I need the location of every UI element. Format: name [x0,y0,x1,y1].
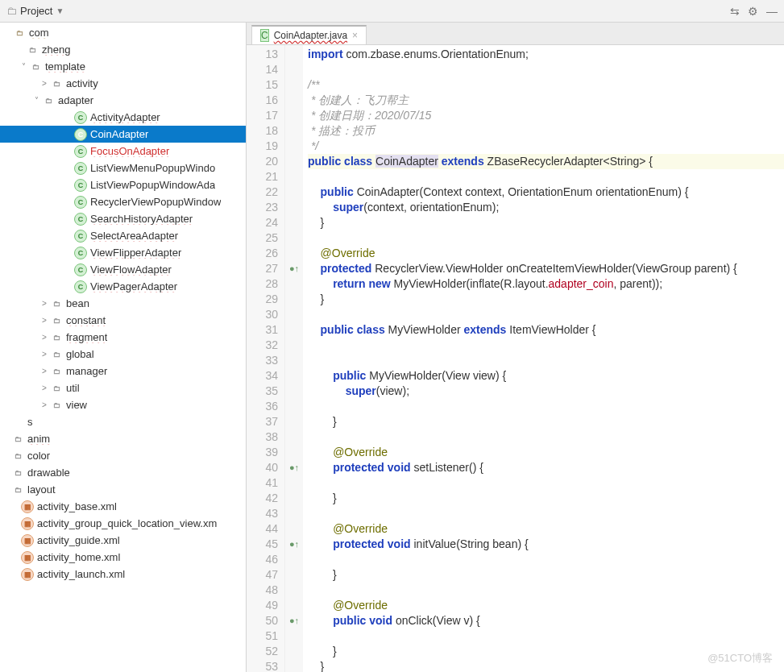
toolbar: Project ▼ ⇆ ⚙ — [0,0,784,23]
folder-icon [6,5,17,17]
project-tree[interactable]: 🗀com🗀zheng˅🗀template>🗀activity˅🗀adapterC… [0,23,247,672]
tab-bar: C CoinAdapter.java × [247,23,784,45]
class-ViewPagerAdapter[interactable]: CViewPagerAdapter [0,278,246,295]
dir-activity[interactable]: >🗀activity [0,75,246,92]
pkg-com[interactable]: 🗀com [0,24,246,41]
close-icon[interactable]: × [352,30,358,41]
dir-drawable[interactable]: 🗀drawable [0,464,246,481]
class-SearchHistoryAdapter[interactable]: CSearchHistoryAdapter [0,210,246,227]
class-icon: C [260,29,269,42]
code-area[interactable]: import com.zbase.enums.OrientationEnum; … [303,45,784,672]
xml-activity_home.xml[interactable]: ▦activity_home.xml [0,549,246,566]
xml-activity_launch.xml[interactable]: ▦activity_launch.xml [0,566,246,583]
dir-color[interactable]: 🗀color [0,447,246,464]
class-FocusOnAdapter[interactable]: CFocusOnAdapter [0,143,246,160]
class-SelectAreaAdapter[interactable]: CSelectAreaAdapter [0,227,246,244]
class-CoinAdapter[interactable]: CCoinAdapter [0,126,246,143]
line-gutter: 1314151617181920212223242526272829303132… [247,45,285,672]
project-dropdown[interactable]: Project ▼ [6,5,730,17]
dir-constant[interactable]: >🗀constant [0,312,246,329]
dir-fragment[interactable]: >🗀fragment [0,329,246,346]
class-ListViewMenuPopupWindo[interactable]: CListViewMenuPopupWindo [0,160,246,176]
class-ViewFlowAdapter[interactable]: CViewFlowAdapter [0,261,246,278]
xml-activity_base.xml[interactable]: ▦activity_base.xml [0,498,246,515]
dir-global[interactable]: >🗀global [0,346,246,363]
gear-icon[interactable]: ⚙ [748,5,758,18]
collapse-icon[interactable]: ⇆ [730,5,740,18]
xml-activity_guide.xml[interactable]: ▦activity_guide.xml [0,532,246,549]
dir-template[interactable]: ˅🗀template [0,58,246,75]
project-title: Project [20,5,52,17]
dir-bean[interactable]: >🗀bean [0,295,246,312]
xml-activity_group_quick_location_view.xm[interactable]: ▦activity_group_quick_location_view.xm [0,515,246,532]
dir-layout[interactable]: 🗀layout [0,481,246,498]
dir-anim[interactable]: 🗀anim [0,430,246,447]
class-ActivityAdapter[interactable]: CActivityAdapter [0,109,246,126]
minimize-icon[interactable]: — [766,5,778,18]
watermark: @51CTO博客 [707,651,773,666]
class-ViewFlipperAdapter[interactable]: CViewFlipperAdapter [0,244,246,261]
dir-util[interactable]: >🗀util [0,380,246,396]
marker-column: ●↑●↑●↑●↑ [285,45,303,672]
stray-s[interactable]: s [0,413,246,430]
dir-manager[interactable]: >🗀manager [0,363,246,380]
dir-adapter[interactable]: ˅🗀adapter [0,92,246,109]
dir-zheng[interactable]: 🗀zheng [0,41,246,58]
tab-coinadapter[interactable]: C CoinAdapter.java × [251,25,367,44]
class-ListViewPopupWindowAda[interactable]: CListViewPopupWindowAda [0,176,246,193]
editor[interactable]: 1314151617181920212223242526272829303132… [247,45,784,672]
class-RecyclerViewPopupWindow[interactable]: CRecyclerViewPopupWindow [0,193,246,210]
dir-view[interactable]: >🗀view [0,396,246,413]
tab-label: CoinAdapter.java [274,30,347,41]
chevron-down-icon: ▼ [56,6,64,15]
